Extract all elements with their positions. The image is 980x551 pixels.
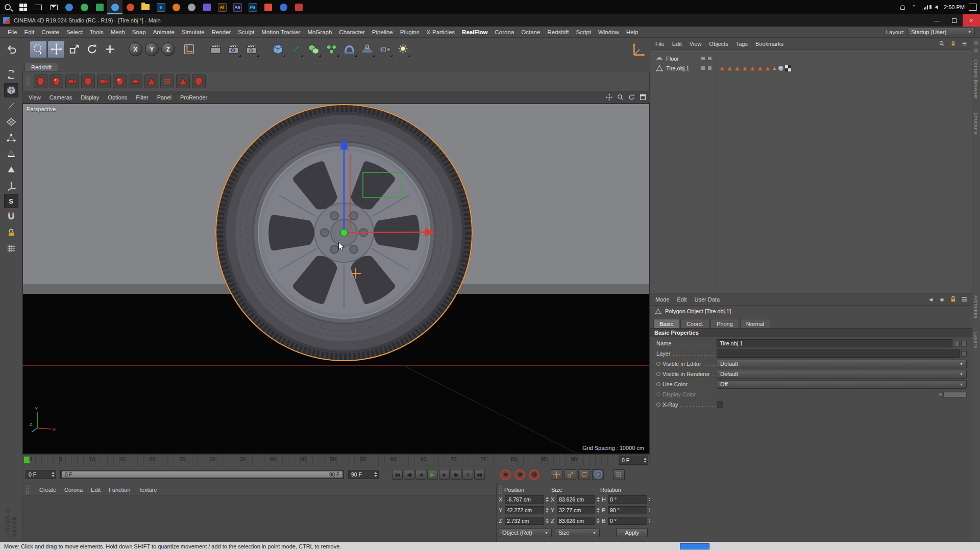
after-effects-taskbar-icon[interactable]: Ae: [230, 0, 245, 14]
app-red-2-taskbar-icon[interactable]: [260, 0, 276, 14]
viewport-menu-cameras[interactable]: Cameras: [50, 94, 72, 101]
polygon-selection-tag-icon[interactable]: ▲: [734, 64, 741, 72]
lock-y-axis[interactable]: Y: [145, 42, 159, 56]
browser-blue-taskbar-icon[interactable]: [61, 0, 77, 14]
next-frame-button[interactable]: ▶: [439, 470, 450, 480]
close-button[interactable]: ×: [963, 14, 980, 27]
layout-dropdown[interactable]: Startup (User) ▼: [908, 28, 975, 36]
render-visibility-toggle[interactable]: [707, 66, 712, 70]
app-green-taskbar-icon[interactable]: [77, 0, 92, 14]
start-taskbar-icon[interactable]: [15, 0, 31, 14]
point-selection-tag-icon[interactable]: ▲: [772, 64, 777, 72]
task-view-taskbar-icon[interactable]: [31, 0, 46, 14]
menu-help[interactable]: Help: [623, 28, 642, 37]
coordinate-mode-dropdown[interactable]: Object (Rel) ▼: [499, 529, 552, 537]
material-menu-edit[interactable]: Edit: [91, 487, 101, 493]
key-rotation-button[interactable]: [578, 469, 590, 480]
size-x-field[interactable]: 83.626 cm: [557, 495, 595, 504]
list-icon[interactable]: [960, 295, 969, 304]
prev-frame-button[interactable]: ◀: [415, 470, 426, 480]
history-back-icon[interactable]: ◀: [926, 295, 935, 304]
menu-corona[interactable]: Corona: [492, 28, 518, 37]
preview-range-bar[interactable]: 0 F 90 F: [62, 471, 342, 478]
visible-in-editor-dropdown[interactable]: Default▼: [717, 360, 967, 368]
material-menu-texture[interactable]: Texture: [138, 487, 157, 493]
photoshop-taskbar-icon[interactable]: Ps: [245, 0, 260, 14]
edges-mode[interactable]: [4, 146, 18, 161]
menu-render[interactable]: Render: [208, 28, 235, 37]
link-icon[interactable]: [954, 341, 960, 346]
viewport-menu-view[interactable]: View: [29, 94, 41, 101]
target-icon[interactable]: [961, 341, 967, 346]
position-z-field[interactable]: 2.732 cm: [505, 517, 544, 525]
volume-icon[interactable]: [933, 4, 940, 11]
rs-sun-light[interactable]: [144, 74, 158, 88]
rotation-b-field[interactable]: 0 °: [608, 517, 647, 525]
visible-in-renderer-dropdown[interactable]: Default▼: [717, 370, 967, 379]
render-view[interactable]: [207, 41, 224, 58]
menu-redshift[interactable]: Redshift: [544, 28, 572, 37]
rs-proxy[interactable]: [176, 74, 190, 88]
render-settings[interactable]: [242, 41, 260, 58]
prev-key-button[interactable]: ◀▮: [404, 470, 414, 480]
menu-octane[interactable]: Octane: [518, 28, 544, 37]
palette-drag-handle[interactable]: [499, 485, 502, 494]
people-icon[interactable]: [899, 4, 906, 11]
object-manager-divider[interactable]: [717, 50, 717, 293]
polygons-mode[interactable]: [4, 162, 18, 177]
search-taskbar-icon[interactable]: [0, 0, 15, 14]
autokeying-button[interactable]: [514, 469, 525, 480]
pin-icon[interactable]: ◉: [938, 295, 946, 304]
viewport-menu-filter[interactable]: Filter: [136, 94, 148, 101]
object-list[interactable]: FloorTire.obj.1▲▲▲▲▲▲▲▲: [650, 50, 972, 293]
object-menu-view[interactable]: View: [690, 41, 702, 47]
section-header[interactable]: Basic Properties: [650, 328, 972, 337]
filter-icon[interactable]: [960, 39, 969, 48]
tab-phong[interactable]: Phong: [710, 319, 739, 328]
dock-icon[interactable]: [974, 48, 979, 53]
workplane-axis-icon[interactable]: [629, 41, 646, 58]
app-red-3-taskbar-icon[interactable]: [291, 0, 306, 14]
environment-objects[interactable]: [358, 41, 376, 58]
coordinate-system[interactable]: [180, 41, 198, 58]
deformers[interactable]: [340, 41, 358, 58]
workplane-lock[interactable]: [4, 226, 18, 240]
dock-tab-structure[interactable]: Structure: [973, 112, 979, 134]
rotate-tool[interactable]: [83, 41, 101, 58]
object-row-floor[interactable]: Floor: [650, 54, 972, 63]
object-menu-objects[interactable]: Objects: [709, 41, 728, 47]
stepper-arrows-icon[interactable]: [597, 497, 600, 502]
stepper-arrows-icon[interactable]: [546, 518, 549, 523]
stepper-arrows-icon[interactable]: [642, 458, 647, 463]
make-editable[interactable]: [4, 67, 18, 82]
goto-end-button[interactable]: ▶▮: [474, 470, 485, 480]
rs-settings[interactable]: [81, 74, 95, 88]
sheets-green-taskbar-icon[interactable]: [92, 0, 107, 14]
key-scale-button[interactable]: [565, 469, 576, 480]
model-mode[interactable]: [4, 83, 18, 97]
polygon-selection-tag-icon[interactable]: ▲: [756, 64, 763, 72]
light-objects[interactable]: [394, 41, 411, 58]
menu-realflow[interactable]: RealFlow: [458, 28, 491, 37]
enable-axis-mode[interactable]: [4, 178, 18, 192]
add-cube-object[interactable]: [269, 41, 286, 58]
size-z-field[interactable]: 83.626 cm: [557, 517, 595, 525]
lock-z-axis[interactable]: Z: [161, 42, 175, 56]
key-position-button[interactable]: [551, 469, 562, 480]
search-icon[interactable]: [938, 39, 946, 48]
app-gray-taskbar-icon[interactable]: [184, 0, 199, 14]
play-button[interactable]: ▶: [427, 470, 438, 480]
animation-dot-icon[interactable]: [656, 372, 660, 376]
app-blue-2-taskbar-icon[interactable]: [276, 0, 291, 14]
dock-tab-content-browser[interactable]: Content Browser: [973, 59, 979, 99]
stepper-arrows-icon[interactable]: [50, 472, 55, 477]
file-explorer-taskbar-icon[interactable]: [138, 0, 153, 14]
browser-active-taskbar-icon[interactable]: [107, 0, 122, 14]
last-used-tool[interactable]: [101, 41, 118, 58]
timeline-ruler[interactable]: 051015202530354045505560657075808590 0 F: [22, 454, 650, 465]
rs-material[interactable]: [192, 74, 206, 88]
chevron-up-icon[interactable]: ⌃: [911, 4, 917, 11]
menu-window[interactable]: Window: [595, 28, 623, 37]
material-menu-create[interactable]: Create: [39, 487, 56, 493]
material-list-area[interactable]: [22, 495, 496, 542]
